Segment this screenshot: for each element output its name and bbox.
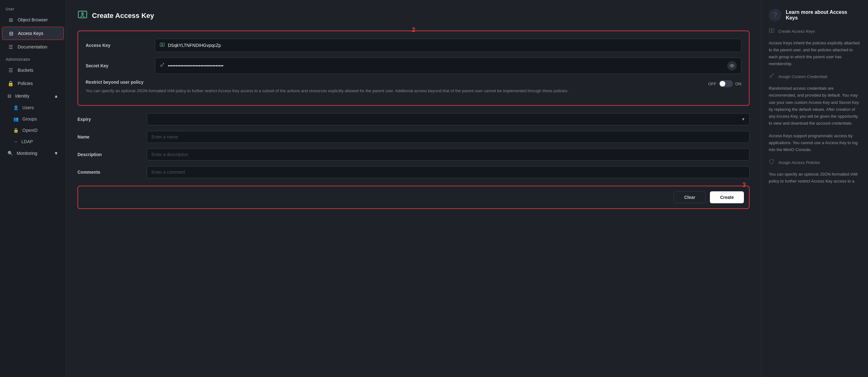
admin-section-label: Administrator xyxy=(0,54,66,64)
toggle-slider xyxy=(719,80,733,87)
page-header: Create Access Key xyxy=(78,9,750,22)
page-header-icon xyxy=(78,9,88,22)
sidebar-item-label: Groups xyxy=(22,116,37,122)
expiry-select-wrapper: ▼ xyxy=(147,113,750,125)
openid-icon: 🔒 xyxy=(13,128,19,133)
help-text-2: Randomized access credentials are recomm… xyxy=(769,85,861,127)
svg-point-4 xyxy=(161,65,162,66)
comments-label: Comments xyxy=(78,170,141,175)
svg-point-1 xyxy=(82,13,83,14)
access-key-input[interactable] xyxy=(168,43,737,48)
help-title: Learn more about Access Keys xyxy=(786,9,861,21)
assign-policies-icon xyxy=(769,159,774,166)
form-area: Create Access Key 2 Access Key xyxy=(66,0,761,377)
description-label: Description xyxy=(78,152,141,157)
sidebar-item-label: OpenID xyxy=(22,128,37,133)
svg-point-8 xyxy=(770,76,772,78)
assign-policies-link[interactable]: Assign Access Policies xyxy=(769,159,861,166)
help-text-3: Access Keys support programmatic access … xyxy=(769,133,861,153)
sidebar-item-label: Policies xyxy=(18,81,33,86)
sidebar-item-label: Monitoring xyxy=(17,151,37,156)
sidebar-item-users[interactable]: 👤 Users xyxy=(2,102,64,113)
name-row: Name xyxy=(78,131,750,143)
secret-key-input-wrapper xyxy=(155,58,741,74)
restrict-on-label: ON xyxy=(735,81,742,86)
restrict-off-label: OFF xyxy=(708,81,716,86)
restrict-policy-title: Restrict beyond user policy xyxy=(86,80,702,84)
access-key-field-icon xyxy=(160,42,165,48)
restrict-policy-description: You can specify an optional JSON-formatt… xyxy=(86,88,702,94)
sidebar-item-buckets[interactable]: ☰ Buckets xyxy=(2,64,64,76)
identity-icon: ⊟ xyxy=(7,94,11,99)
groups-icon: 👥 xyxy=(13,116,19,122)
section-number-2: 2 xyxy=(412,26,415,33)
restrict-policy-row: Restrict beyond user policy You can spec… xyxy=(86,80,741,94)
user-section-label: User xyxy=(0,3,66,13)
clear-button[interactable]: Clear xyxy=(674,191,706,203)
access-keys-icon: ⊟ xyxy=(8,30,14,36)
access-key-label: Access Key xyxy=(86,43,149,48)
object-browser-icon: ⊞ xyxy=(7,17,14,23)
sidebar-item-label: Users xyxy=(22,105,34,110)
svg-point-5 xyxy=(731,65,733,66)
restrict-policy-label-group: Restrict beyond user policy You can spec… xyxy=(86,80,702,94)
help-panel: ? Learn more about Access Keys Create Ac… xyxy=(761,0,868,377)
sidebar: User ⊞ Object Browser ⊟ Access Keys ☰ Do… xyxy=(0,0,66,377)
policies-icon: 🔒 xyxy=(7,80,14,87)
key-icon xyxy=(160,63,165,69)
name-label: Name xyxy=(78,134,141,139)
sidebar-item-groups[interactable]: 👥 Groups xyxy=(2,113,64,124)
sidebar-item-label: LDAP xyxy=(22,139,33,144)
documentation-icon: ☰ xyxy=(7,44,14,50)
buckets-icon: ☰ xyxy=(7,67,14,73)
sidebar-item-openid[interactable]: 🔒 OpenID xyxy=(2,125,64,136)
create-keys-icon xyxy=(769,28,774,35)
help-header: ? Learn more about Access Keys xyxy=(769,9,861,22)
description-row: Description xyxy=(78,148,750,161)
secret-key-input[interactable] xyxy=(168,63,727,68)
name-input[interactable] xyxy=(147,131,750,143)
create-access-keys-link[interactable]: Create Access Keys xyxy=(769,28,861,35)
svg-point-7 xyxy=(771,30,772,31)
restrict-toggle-switch[interactable] xyxy=(719,80,733,87)
create-access-keys-label: Create Access Keys xyxy=(778,29,815,34)
description-input[interactable] xyxy=(147,148,750,161)
comments-input[interactable] xyxy=(147,166,750,178)
assign-credentials-icon xyxy=(769,73,774,80)
assign-policies-label: Assign Access Policies xyxy=(778,160,820,165)
sidebar-item-monitoring[interactable]: 🔍 Monitoring ▼ xyxy=(2,147,64,159)
help-icon: ? xyxy=(769,9,781,22)
access-key-row: Access Key xyxy=(86,39,741,52)
credentials-section: 2 Access Key Secret Key xyxy=(78,31,750,106)
page-title: Create Access Key xyxy=(92,12,154,20)
sidebar-item-identity[interactable]: ⊟ Identity ▲ xyxy=(2,90,64,102)
chevron-down-icon: ▼ xyxy=(54,151,58,156)
comments-row: Comments xyxy=(78,166,750,178)
secret-key-row: Secret Key xyxy=(86,58,741,74)
sidebar-item-object-browser[interactable]: ⊞ Object Browser xyxy=(2,13,64,26)
create-button[interactable]: Create xyxy=(710,191,744,203)
main-content: Create Access Key 2 Access Key xyxy=(66,0,868,377)
svg-point-3 xyxy=(162,44,163,45)
ldap-icon: → xyxy=(13,139,18,144)
show-secret-button[interactable] xyxy=(727,61,737,70)
section-number-3: 3 xyxy=(742,181,746,188)
help-text-4: You can specify an optional JSON-formatt… xyxy=(769,171,861,185)
access-key-input-wrapper xyxy=(155,39,741,52)
restrict-toggle-control: OFF ON xyxy=(708,80,742,87)
expiry-select[interactable] xyxy=(147,113,750,125)
sidebar-item-access-keys[interactable]: ⊟ Access Keys xyxy=(2,27,64,40)
help-text-1: Access Keys inherit the policies explici… xyxy=(769,40,861,67)
sidebar-item-label: Identity xyxy=(15,94,29,99)
sidebar-item-ldap[interactable]: → LDAP xyxy=(2,136,64,147)
expiry-row: Expiry ▼ xyxy=(78,113,750,125)
users-icon: 👤 xyxy=(13,105,19,110)
sidebar-item-label: Documentation xyxy=(18,44,47,49)
sidebar-item-label: Access Keys xyxy=(18,31,43,36)
assign-credentials-link[interactable]: Assign Custom Credentials xyxy=(769,73,861,80)
chevron-up-icon: ▲ xyxy=(54,94,58,99)
assign-credentials-label: Assign Custom Credentials xyxy=(778,74,828,79)
expiry-label: Expiry xyxy=(78,117,141,122)
sidebar-item-policies[interactable]: 🔒 Policies xyxy=(2,77,64,90)
sidebar-item-documentation[interactable]: ☰ Documentation xyxy=(2,41,64,53)
